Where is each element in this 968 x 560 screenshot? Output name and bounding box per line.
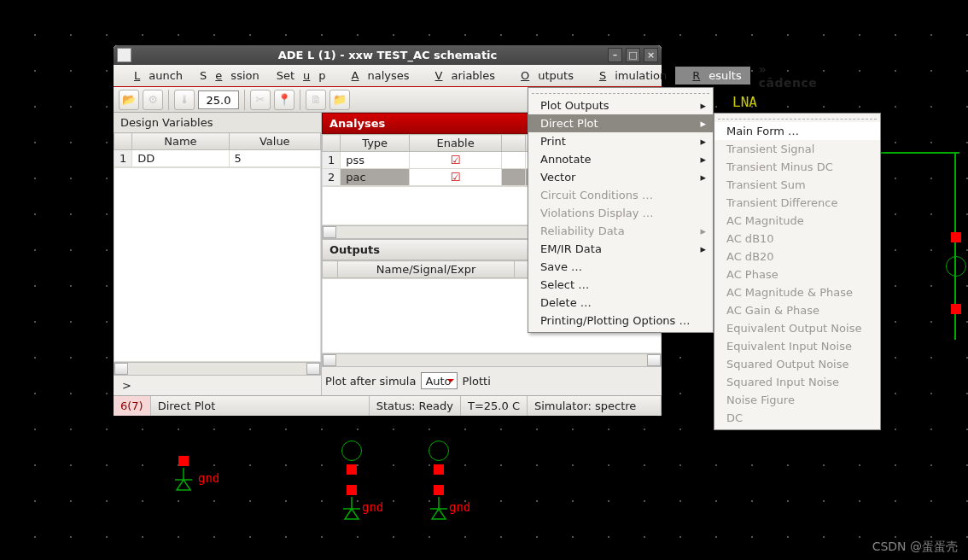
minimize-button[interactable]: – <box>608 48 622 62</box>
menu-item[interactable]: Print <box>528 132 713 150</box>
schematic-node <box>347 464 357 475</box>
gnd-label: gnd <box>198 471 219 485</box>
command-prompt[interactable]: > <box>114 376 321 395</box>
status-mouse: 6(7) <box>114 396 151 416</box>
plot-mode-row: Plot after simula Auto Plotti <box>322 367 662 394</box>
schematic-source <box>341 440 362 461</box>
separator <box>244 90 245 110</box>
tool-var-icon[interactable]: ✂ <box>250 90 271 110</box>
menu-item: AC dB20 <box>714 248 880 265</box>
gnd-icon <box>426 497 452 522</box>
brand-logo: cādence <box>750 60 826 92</box>
statusbar: 6(7) Direct Plot Status: Ready T=25.0 C … <box>114 395 662 416</box>
col-name[interactable]: Name <box>132 133 229 150</box>
maximize-button[interactable]: □ <box>626 48 640 62</box>
direct-plot-submenu: Main Form …Transient SignalTransient Min… <box>714 113 881 430</box>
tool-doc-icon[interactable]: 🗎 <box>306 90 326 110</box>
menu-item: Violations Display … <box>528 204 713 222</box>
menu-session[interactable]: Session <box>191 67 268 85</box>
menu-item: Squared Output Noise <box>714 355 880 373</box>
menu-item: Circuit Conditions … <box>528 186 713 204</box>
menu-item: DC <box>714 409 880 427</box>
schematic-node <box>951 232 961 242</box>
menu-item: AC Gain & Phase <box>714 301 880 319</box>
close-button[interactable]: × <box>644 48 658 62</box>
menu-item: Equivalent Input Noise <box>714 337 880 355</box>
gnd-label: gnd <box>449 500 470 514</box>
separator <box>168 90 169 110</box>
menu-item: AC dB10 <box>714 230 880 248</box>
menu-item: Squared Input Noise <box>714 373 880 391</box>
status-mode: Direct Plot <box>151 396 370 416</box>
menu-launch[interactable]: Launch <box>117 67 191 85</box>
gnd-label: gnd <box>362 500 383 514</box>
design-variables-title: Design Variables <box>114 113 321 132</box>
table-row[interactable]: 1 DD 5 <box>114 150 321 167</box>
col-value[interactable]: Value <box>229 133 320 150</box>
watermark: CSDN @蛋蛋壳 <box>872 540 958 555</box>
menu-item: Transient Difference <box>714 194 880 212</box>
menubar: Launch Session Setup Analyses Variables … <box>114 65 662 87</box>
menu-item: AC Magnitude & Phase <box>714 283 880 301</box>
menu-results[interactable]: Results <box>675 67 750 85</box>
menu-item: Transient Signal <box>714 140 880 158</box>
tool-thermometer-icon[interactable]: 🌡 <box>174 90 195 110</box>
schematic-node <box>951 304 961 314</box>
menu-item[interactable]: Printing/Plotting Options … <box>528 312 713 330</box>
schematic-node <box>434 464 444 475</box>
menu-item[interactable]: Vector <box>528 168 713 186</box>
gnd-icon <box>171 468 196 493</box>
app-icon <box>117 48 131 62</box>
menu-variables[interactable]: Variables <box>418 67 504 85</box>
schematic-node <box>347 485 357 495</box>
schematic-label-lna: LNA <box>732 94 757 110</box>
menu-item: Equivalent Output Noise <box>714 319 880 337</box>
design-variables-table[interactable]: Name Value 1 DD 5 <box>114 132 321 167</box>
menu-item: Noise Figure <box>714 391 880 409</box>
scrollbar[interactable] <box>114 362 321 376</box>
menu-item[interactable]: Delete … <box>528 294 713 312</box>
menu-item[interactable]: Annotate <box>528 150 713 168</box>
menu-setup[interactable]: Setup <box>268 67 335 85</box>
results-menu: Plot OutputsDirect PlotPrintAnnotateVect… <box>528 87 714 333</box>
col-blank <box>114 133 132 150</box>
menu-item[interactable]: Save … <box>528 258 713 276</box>
tool-folder-icon[interactable]: 📁 <box>329 90 350 110</box>
menu-outputs[interactable]: Outputs <box>504 67 582 85</box>
menu-item: Reliability Data <box>528 222 713 240</box>
schematic-node <box>178 456 189 466</box>
menu-item[interactable]: Select … <box>528 276 713 294</box>
menu-item: Transient Sum <box>714 176 880 194</box>
gnd-icon <box>339 497 364 522</box>
schematic-source <box>429 440 449 461</box>
menu-analyses[interactable]: Analyses <box>335 67 418 85</box>
menu-item[interactable]: EM/IR Data <box>528 240 713 258</box>
schematic-source <box>946 256 966 277</box>
tool-open-icon[interactable]: 📂 <box>119 90 139 110</box>
tool-gear-icon[interactable]: ⚙ <box>143 90 163 110</box>
menu-item: AC Phase <box>714 265 880 283</box>
scrollbar[interactable] <box>322 353 662 367</box>
tool-pin-icon[interactable]: 📍 <box>274 90 294 110</box>
wire <box>878 152 959 154</box>
menu-item[interactable]: Main Form … <box>714 122 880 140</box>
menu-item: AC Magnitude <box>714 212 880 230</box>
menu-simulation[interactable]: Simulation <box>582 67 675 85</box>
menu-item[interactable]: Direct Plot <box>528 114 713 132</box>
separator <box>300 90 300 110</box>
menu-item[interactable]: Plot Outputs <box>528 96 713 114</box>
status-temp: T=25.0 C <box>461 396 528 416</box>
status-ready: Status: Ready <box>370 396 461 416</box>
design-variables-empty <box>114 167 321 362</box>
window-title: ADE L (1) - xxw TEST_AC schematic <box>278 49 498 61</box>
schematic-node <box>434 485 444 495</box>
plot-mode-combo[interactable]: Auto <box>421 372 457 389</box>
status-sim: Simulator: spectre <box>528 396 662 416</box>
temperature-input[interactable]: 25.0 <box>198 90 239 109</box>
titlebar[interactable]: ADE L (1) - xxw TEST_AC schematic – □ × <box>114 45 662 65</box>
menu-item: Transient Minus DC <box>714 158 880 176</box>
